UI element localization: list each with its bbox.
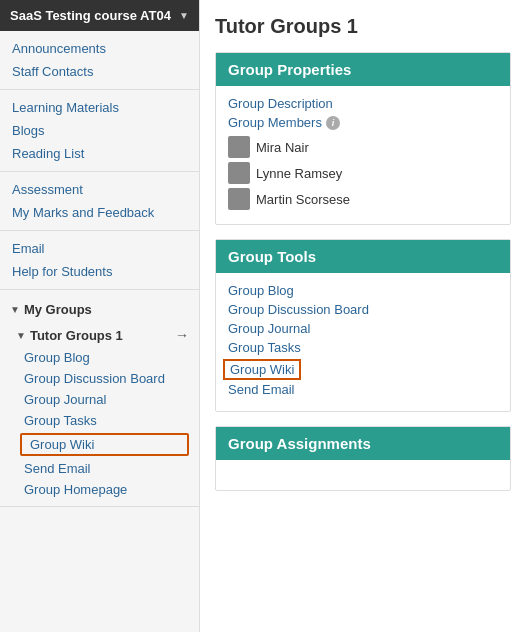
- comms-nav-section: Email Help for Students: [0, 231, 199, 290]
- sidebar-item-blogs[interactable]: Blogs: [0, 119, 199, 142]
- group-tools-card: Group Tools Group Blog Group Discussion …: [215, 239, 511, 412]
- member-row-1: Mira Nair: [228, 136, 498, 158]
- sidebar-subitem-group-wiki[interactable]: Group Wiki: [20, 433, 189, 456]
- tutor-groups-arrow-icon: ▼: [16, 330, 26, 341]
- avatar-mira-nair: [228, 136, 250, 158]
- group-properties-card: Group Properties Group Description Group…: [215, 52, 511, 225]
- sidebar-subitem-group-blog[interactable]: Group Blog: [0, 347, 199, 368]
- tutor-groups-header[interactable]: ▼ Tutor Groups 1 →: [0, 323, 199, 347]
- assessment-nav-section: Assessment My Marks and Feedback: [0, 172, 199, 231]
- tutor-groups-label: Tutor Groups 1: [30, 328, 123, 343]
- group-members-label: Group Members i: [228, 115, 498, 130]
- tool-link-tasks[interactable]: Group Tasks: [228, 340, 498, 355]
- member-name-3: Martin Scorsese: [256, 192, 350, 207]
- tool-link-wiki[interactable]: Group Wiki: [223, 359, 301, 380]
- info-icon: i: [326, 116, 340, 130]
- avatar-lynne-ramsey: [228, 162, 250, 184]
- sidebar-subitem-group-tasks[interactable]: Group Tasks: [0, 410, 199, 431]
- my-groups-arrow-icon: ▼: [10, 304, 20, 315]
- main-content: Tutor Groups 1 Group Properties Group De…: [200, 0, 526, 632]
- sidebar-subitem-group-journal[interactable]: Group Journal: [0, 389, 199, 410]
- member-row-2: Lynne Ramsey: [228, 162, 498, 184]
- sidebar-item-email[interactable]: Email: [0, 237, 199, 260]
- my-groups-label: My Groups: [24, 302, 92, 317]
- course-title: SaaS Testing course AT04: [10, 8, 171, 23]
- sidebar-item-reading-list[interactable]: Reading List: [0, 142, 199, 165]
- member-name-1: Mira Nair: [256, 140, 309, 155]
- member-row-3: Martin Scorsese: [228, 188, 498, 210]
- tutor-groups-nav-icon: →: [175, 327, 189, 343]
- tool-link-journal[interactable]: Group Journal: [228, 321, 498, 336]
- course-header[interactable]: SaaS Testing course AT04 ▼: [0, 0, 199, 31]
- member-name-2: Lynne Ramsey: [256, 166, 342, 181]
- group-assignments-body: [216, 460, 510, 490]
- avatar-martin-scorsese: [228, 188, 250, 210]
- tool-link-blog[interactable]: Group Blog: [228, 283, 498, 298]
- group-tools-body: Group Blog Group Discussion Board Group …: [216, 273, 510, 411]
- group-description-link[interactable]: Group Description: [228, 96, 498, 111]
- tool-link-email[interactable]: Send Email: [228, 382, 498, 397]
- sidebar-item-assessment[interactable]: Assessment: [0, 178, 199, 201]
- sidebar-item-help-students[interactable]: Help for Students: [0, 260, 199, 283]
- sidebar-item-staff-contacts[interactable]: Staff Contacts: [0, 60, 199, 83]
- course-arrow-icon: ▼: [179, 10, 189, 21]
- page-title: Tutor Groups 1: [215, 15, 511, 38]
- sidebar-subitem-send-email[interactable]: Send Email: [0, 458, 199, 479]
- sidebar-subitem-group-discussion-board[interactable]: Group Discussion Board: [0, 368, 199, 389]
- my-groups-header[interactable]: ▼ My Groups: [0, 296, 199, 323]
- group-assignments-header: Group Assignments: [216, 427, 510, 460]
- my-groups-section: ▼ My Groups ▼ Tutor Groups 1 → Group Blo…: [0, 290, 199, 507]
- group-assignments-card: Group Assignments: [215, 426, 511, 491]
- sidebar: SaaS Testing course AT04 ▼ Announcements…: [0, 0, 200, 632]
- group-properties-body: Group Description Group Members i Mira N…: [216, 86, 510, 224]
- group-properties-header: Group Properties: [216, 53, 510, 86]
- sidebar-item-marks-feedback[interactable]: My Marks and Feedback: [0, 201, 199, 224]
- sidebar-subitem-group-homepage[interactable]: Group Homepage: [0, 479, 199, 500]
- sidebar-item-learning-materials[interactable]: Learning Materials: [0, 96, 199, 119]
- learning-nav-section: Learning Materials Blogs Reading List: [0, 90, 199, 172]
- tool-link-discussion[interactable]: Group Discussion Board: [228, 302, 498, 317]
- course-nav-section: Announcements Staff Contacts: [0, 31, 199, 90]
- sidebar-item-announcements[interactable]: Announcements: [0, 37, 199, 60]
- group-tools-header: Group Tools: [216, 240, 510, 273]
